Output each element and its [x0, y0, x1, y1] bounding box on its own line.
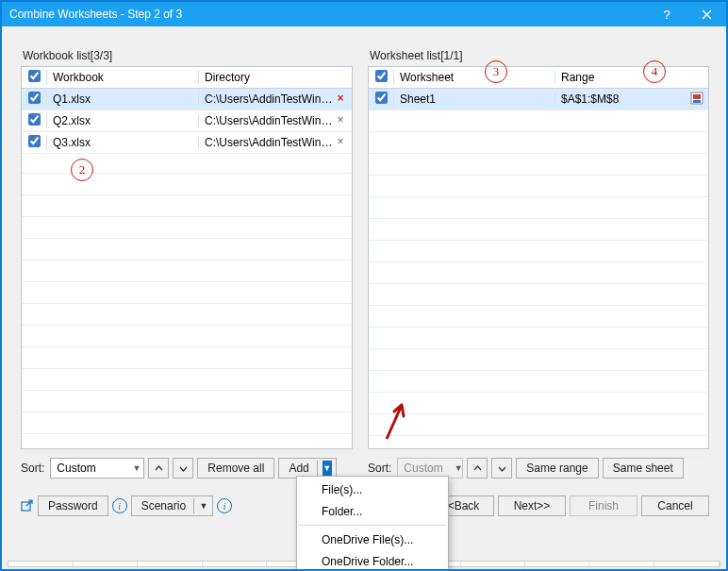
add-dropdown-menu: File(s)... Folder... OneDrive File(s)...… — [296, 476, 449, 571]
remove-row-button[interactable]: × — [333, 112, 348, 127]
range-picker-icon — [690, 92, 703, 105]
workbook-row-checkbox[interactable] — [28, 113, 41, 126]
workbook-dir-cell: C:\Users\AddinTestWin1... — [199, 92, 352, 106]
info-icon[interactable]: i — [217, 498, 232, 513]
scenario-dropdown-toggle[interactable]: ▼ — [199, 501, 208, 511]
chevron-up-icon — [155, 464, 163, 473]
menu-item-onedrive-files[interactable]: OneDrive File(s)... — [297, 529, 448, 550]
table-row[interactable]: Q2.xlsx C:\Users\AddinTestWin1... × — [22, 110, 352, 132]
menu-item-files[interactable]: File(s)... — [297, 479, 448, 500]
worksheet-move-up-button[interactable] — [467, 458, 488, 479]
next-button[interactable]: Next>> — [498, 495, 566, 516]
table-row[interactable]: Q3.xlsx C:\Users\AddinTestWin1... × — [22, 132, 352, 154]
worksheet-move-down-button[interactable] — [491, 458, 512, 479]
workbook-sort-label: Sort: — [21, 462, 44, 475]
edit-range-button[interactable] — [689, 91, 704, 106]
remove-row-button[interactable]: × — [333, 134, 348, 149]
worksheet-select-all-checkbox[interactable] — [375, 70, 388, 82]
worksheet-row-checkbox[interactable] — [375, 92, 388, 104]
chevron-down-icon: ▼ — [455, 463, 463, 473]
workbook-dir-cell: C:\Users\AddinTestWin1... — [199, 136, 352, 149]
remove-row-button[interactable]: × — [333, 91, 348, 106]
range-col-header[interactable]: Range — [555, 71, 708, 84]
external-link-icon[interactable] — [21, 499, 34, 512]
worksheet-list-header: Worksheet Range — [369, 67, 708, 89]
chevron-down-icon: ▼ — [132, 463, 141, 473]
menu-item-folder[interactable]: Folder... — [297, 500, 448, 522]
close-icon — [702, 9, 712, 20]
same-range-button[interactable]: Same range — [516, 458, 598, 479]
menu-item-onedrive-folder[interactable]: OneDrive Folder... — [297, 550, 448, 571]
chevron-up-icon — [473, 464, 482, 473]
workbook-col-header[interactable]: Workbook — [47, 71, 199, 84]
scenario-button-label: Scenario — [141, 499, 186, 512]
workbook-name-cell: Q1.xlsx — [47, 92, 199, 106]
info-icon[interactable]: i — [112, 498, 127, 513]
titlebar-help-button[interactable]: ? — [647, 2, 687, 26]
svg-rect-1 — [693, 94, 701, 99]
chevron-down-icon — [179, 464, 188, 473]
svg-rect-2 — [693, 100, 701, 103]
worksheet-sort-value: Custom — [404, 462, 442, 475]
worksheet-list: Worksheet Range Sheet1 $A$1:$M$8 — [368, 66, 709, 449]
move-up-button[interactable] — [148, 458, 169, 479]
workbook-list: Workbook Directory Q1.xlsx C:\Users\Addi… — [21, 66, 353, 449]
directory-col-header[interactable]: Directory — [199, 71, 352, 84]
add-button-label: Add — [289, 462, 308, 475]
worksheet-range-cell: $A$1:$M$8 — [555, 92, 708, 106]
add-dropdown-toggle[interactable]: ▼ — [323, 461, 332, 476]
menu-separator — [299, 525, 446, 526]
worksheet-sort-label: Sort: — [368, 462, 391, 475]
titlebar-close-button[interactable] — [687, 2, 726, 26]
workbook-sort-combo[interactable]: Custom ▼ — [50, 458, 144, 479]
same-sheet-button[interactable]: Same sheet — [603, 458, 684, 479]
workbook-dir-cell: C:\Users\AddinTestWin1... — [199, 114, 352, 127]
workbook-sort-value: Custom — [57, 462, 95, 475]
table-row[interactable]: Q1.xlsx C:\Users\AddinTestWin1... × — [22, 89, 352, 110]
scenario-split-button[interactable]: Scenario ▼ — [131, 495, 213, 516]
worksheet-name-cell: Sheet1 — [394, 92, 555, 106]
finish-button[interactable]: Finish — [570, 495, 637, 516]
workbook-list-header: Workbook Directory — [22, 67, 352, 89]
chevron-down-icon — [498, 464, 506, 473]
window-title: Combine Worksheets - Step 2 of 3 — [9, 8, 647, 21]
worksheet-col-header[interactable]: Worksheet — [394, 71, 555, 84]
workbook-row-checkbox[interactable] — [28, 135, 41, 147]
worksheet-list-label: Worksheet list[1/1] — [370, 49, 462, 62]
workbook-row-checkbox[interactable] — [28, 92, 41, 104]
workbook-list-label: Workbook list[3/3] — [23, 49, 112, 62]
remove-all-button[interactable]: Remove all — [197, 458, 274, 479]
workbook-select-all-checkbox[interactable] — [28, 70, 41, 82]
workbook-name-cell: Q3.xlsx — [47, 136, 199, 149]
workbook-name-cell: Q2.xlsx — [47, 114, 199, 127]
move-down-button[interactable] — [173, 458, 193, 479]
table-row[interactable]: Sheet1 $A$1:$M$8 — [369, 89, 708, 110]
password-button[interactable]: Password — [38, 495, 108, 516]
cancel-button[interactable]: Cancel — [641, 495, 709, 516]
